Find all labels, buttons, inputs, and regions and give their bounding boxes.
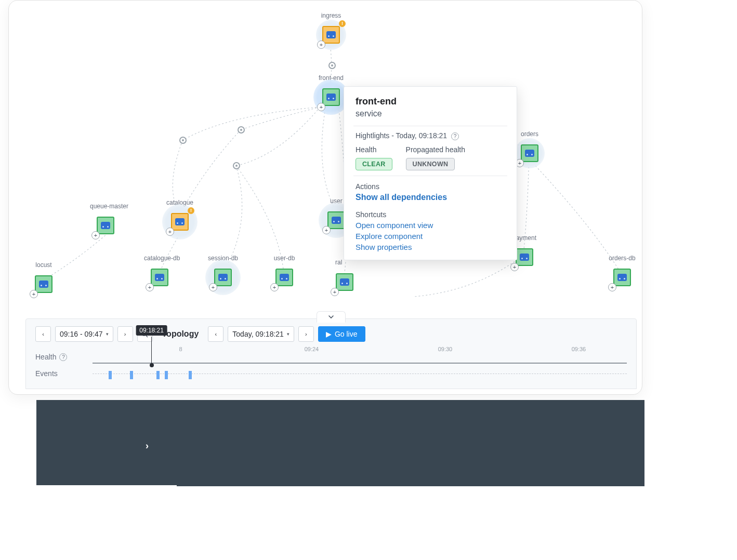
app-frame: ingress + ! front-end + catalogue + ! [8, 0, 642, 395]
chevron-right-icon[interactable]: › [146, 441, 149, 451]
service-icon [322, 88, 340, 106]
timestamp-select[interactable]: Today, 09:18:21▾ [228, 326, 294, 342]
service-icon [336, 273, 353, 291]
node-orders[interactable]: orders + [514, 130, 545, 166]
chevron-down-icon: ▾ [106, 331, 109, 337]
service-icon [35, 275, 52, 293]
prop-health-badge: UNKNOWN [406, 158, 455, 170]
topology-hub [179, 137, 187, 144]
chevron-right-icon: › [124, 331, 126, 337]
popover-title: front-end [356, 96, 505, 107]
show-dependencies-link[interactable]: Show all dependencies [356, 193, 505, 202]
show-properties-link[interactable]: Show properties [356, 243, 505, 251]
node-orders-db[interactable]: orders-db + [607, 255, 638, 290]
node-front-end[interactable]: front-end + [315, 74, 347, 110]
event-marker[interactable] [189, 371, 192, 379]
node-label: orders-db [607, 255, 638, 262]
service-icon [275, 269, 293, 286]
actions-label: Actions [356, 182, 505, 191]
time-next-button[interactable]: › [298, 326, 314, 342]
collapse-panel-button[interactable] [317, 311, 346, 323]
range-next-button[interactable]: › [117, 326, 133, 342]
expand-icon[interactable]: + [317, 103, 325, 111]
events-track[interactable] [93, 367, 627, 380]
event-marker[interactable] [165, 371, 168, 379]
node-label: user-db [269, 255, 300, 262]
node-queue-master[interactable]: queue-master + [90, 203, 121, 238]
topology-hub [328, 62, 336, 69]
chevron-left-icon: ‹ [215, 331, 217, 337]
warn-badge-icon: ! [339, 20, 346, 27]
node-ingress[interactable]: ingress + ! [315, 12, 347, 47]
service-icon [322, 26, 340, 44]
expand-icon[interactable]: + [166, 228, 174, 236]
prop-health-label: Propagated health [406, 145, 465, 154]
expand-icon[interactable]: + [331, 288, 339, 296]
node-label: locust [28, 261, 59, 269]
popover-subtype: service [356, 109, 505, 118]
node-session-db[interactable]: session-db + [207, 255, 239, 290]
open-component-link[interactable]: Open component view [356, 221, 505, 230]
playhead-label: 09:18:21 [136, 325, 167, 336]
topology-hub [233, 162, 240, 169]
warn-badge-icon: ! [188, 207, 194, 214]
range-prev-button[interactable]: ‹ [35, 326, 51, 342]
expand-icon[interactable]: + [91, 231, 100, 239]
events-row-label: Events [35, 369, 93, 378]
expand-icon[interactable]: + [209, 283, 217, 291]
help-icon[interactable]: ? [59, 353, 67, 361]
timeline-controls: ‹ 09:16 - 09:47▾ › Topology ‹ Today, 09:… [35, 324, 627, 348]
chevron-left-icon: ‹ [42, 331, 44, 337]
timeline-panel: ‹ 09:16 - 09:47▾ › Topology ‹ Today, 09:… [25, 318, 637, 389]
service-icon [214, 269, 232, 286]
expand-icon[interactable]: + [146, 283, 154, 291]
expand-icon[interactable]: + [30, 290, 38, 298]
service-icon [151, 269, 168, 286]
health-badge: CLEAR [356, 158, 392, 170]
expand-icon[interactable]: + [510, 263, 519, 271]
expand-icon[interactable]: + [317, 41, 325, 49]
health-row-label: Health? [35, 353, 93, 361]
health-label: Health [356, 145, 392, 154]
chevron-down-icon [327, 313, 335, 321]
expand-icon[interactable]: + [270, 283, 279, 291]
node-catalogue[interactable]: catalogue + ! [164, 199, 195, 234]
event-marker[interactable] [156, 371, 160, 379]
popover-highlights-label: Hightlights - Today, 09:18:21 ? [356, 131, 505, 140]
node-label-partial: ral [335, 259, 342, 266]
health-track[interactable]: 09:18:21 [93, 350, 627, 364]
time-range-select[interactable]: 09:16 - 09:47▾ [55, 326, 113, 342]
event-marker[interactable] [130, 371, 133, 379]
chevron-right-icon: › [305, 331, 307, 337]
service-icon [516, 248, 533, 266]
playhead[interactable]: 09:18:21 [151, 337, 152, 365]
node-user-db[interactable]: user-db + [269, 255, 300, 290]
explore-component-link[interactable]: Explore component [356, 232, 505, 241]
time-prev-button[interactable]: ‹ [208, 326, 223, 342]
node-label: queue-master [90, 203, 121, 210]
service-icon [613, 269, 631, 286]
event-marker[interactable] [109, 371, 112, 379]
expand-icon[interactable]: + [322, 226, 331, 234]
footer-input-panel [177, 441, 644, 486]
node-catalogue-db[interactable]: catalogue-db + [144, 255, 175, 290]
node-rabbitmq[interactable]: rabbitmq + [329, 259, 360, 295]
node-popover: front-end service Hightlights - Today, 0… [344, 86, 517, 260]
chevron-down-icon: ▾ [287, 331, 289, 337]
play-icon: ▶ [326, 330, 332, 338]
service-icon [97, 217, 114, 234]
service-icon [327, 211, 345, 229]
shortcuts-label: Shortcuts [356, 210, 505, 219]
node-label: orders [514, 130, 545, 138]
expand-icon[interactable]: + [608, 283, 616, 291]
topology-hub [238, 126, 245, 134]
service-icon [521, 144, 538, 162]
help-icon[interactable]: ? [451, 132, 459, 140]
service-icon [171, 213, 189, 231]
node-locust[interactable]: locust + [28, 261, 59, 297]
node-label: catalogue-db [144, 255, 175, 262]
node-label: ingress [315, 12, 347, 19]
go-live-button[interactable]: ▶Go live [318, 326, 365, 342]
timeline[interactable]: 8 09:24 09:30 09:36 Health? 09:18:21 Eve… [35, 348, 627, 385]
topology-canvas[interactable]: ingress + ! front-end + catalogue + ! [9, 1, 642, 302]
